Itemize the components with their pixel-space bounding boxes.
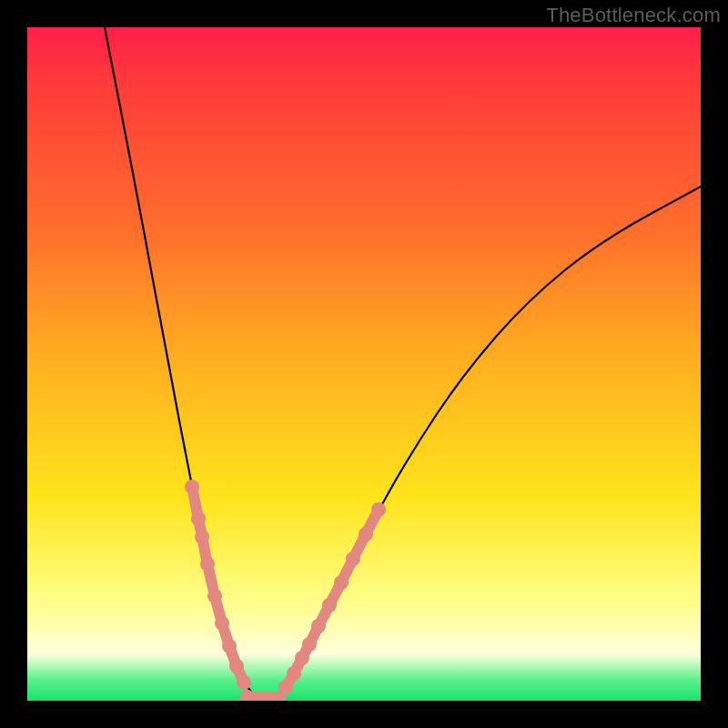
marker-series-left xyxy=(185,480,251,690)
marker-series-bottom xyxy=(240,690,286,701)
chart-svg xyxy=(27,27,701,701)
marker-series-right xyxy=(278,502,386,694)
curve-right xyxy=(277,187,701,699)
chart-container: TheBottleneck.com xyxy=(0,0,728,728)
data-marker xyxy=(371,502,386,517)
data-marker xyxy=(237,675,251,690)
plot-area xyxy=(27,27,701,701)
watermark-text: TheBottleneck.com xyxy=(546,4,721,27)
curve-left xyxy=(105,27,257,699)
